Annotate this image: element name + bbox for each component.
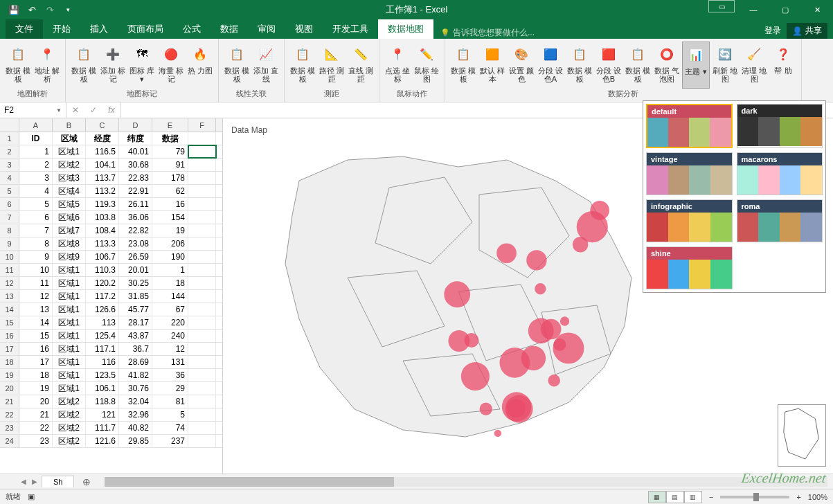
cell[interactable]: 19 — [152, 224, 188, 237]
data-template-btn[interactable]: 📋数据 模板 — [4, 42, 32, 89]
map-bubble[interactable] — [526, 250, 546, 270]
default-sample-btn[interactable]: 🟧默认 样本 — [478, 42, 506, 89]
cell[interactable]: 30.76 — [119, 382, 152, 395]
theme-macarons[interactable]: macarons — [737, 152, 823, 195]
enter-formula-icon[interactable]: ✓ — [84, 105, 102, 115]
cell[interactable]: 13 — [19, 303, 53, 316]
map-bubble[interactable] — [494, 430, 501, 437]
cell[interactable]: 32.96 — [119, 408, 152, 421]
help-btn[interactable]: ❓帮 助 — [769, 42, 797, 89]
cell[interactable]: ID — [19, 132, 53, 145]
table-row[interactable]: 1716区域1117.136.712 — [0, 343, 222, 356]
row-header[interactable]: 11 — [0, 264, 19, 276]
row-header[interactable]: 23 — [0, 422, 19, 434]
address-parse-btn[interactable]: 📍地址 解析 — [33, 42, 61, 89]
cell[interactable]: 区域1 — [53, 303, 86, 316]
cell[interactable]: 103.8 — [86, 211, 119, 224]
cell[interactable]: 22.82 — [119, 224, 152, 237]
cell[interactable]: 74 — [152, 422, 188, 434]
map-bubble[interactable] — [521, 346, 546, 370]
tab-formulas[interactable]: 公式 — [173, 19, 211, 39]
col-header-a[interactable]: A — [19, 118, 53, 132]
row-header[interactable]: 22 — [0, 408, 19, 421]
cell[interactable]: 116.5 — [86, 145, 119, 158]
row-header[interactable]: 14 — [0, 303, 19, 316]
cell[interactable]: 5 — [19, 198, 53, 210]
set-color-btn[interactable]: 🎨设置 颜色 — [508, 42, 535, 89]
cell[interactable]: 30.68 — [119, 159, 152, 171]
tab-data-map[interactable]: 数据地图 — [378, 19, 433, 39]
header-row[interactable]: 1ID区域经度纬度数据 — [0, 132, 222, 145]
row-header[interactable]: 18 — [0, 356, 19, 368]
cell[interactable]: 108.4 — [86, 224, 119, 237]
cell[interactable]: 26.59 — [119, 251, 152, 263]
tab-home[interactable]: 开始 — [43, 19, 80, 39]
tab-file[interactable]: 文件 — [6, 19, 43, 39]
cell[interactable]: 23.08 — [119, 237, 152, 250]
table-row[interactable]: 98区域8113.323.08206 — [0, 237, 222, 251]
map-bubble[interactable] — [502, 392, 531, 421]
cancel-formula-icon[interactable]: ✕ — [66, 105, 84, 115]
icon-lib-btn[interactable]: 🗺图标 库 ▾ — [128, 42, 156, 89]
cell[interactable]: 104.1 — [86, 159, 119, 171]
tell-me-search[interactable]: 告诉我您想要做什么... — [440, 27, 535, 39]
cell[interactable]: 117.2 — [86, 290, 119, 303]
theme-infographic[interactable]: infographic — [646, 199, 733, 242]
cell[interactable] — [188, 145, 216, 158]
page-break-view-button[interactable]: ▥ — [684, 491, 702, 503]
click-coord-btn[interactable]: 📍点选 坐标 — [384, 42, 411, 89]
page-layout-view-button[interactable]: ▤ — [666, 491, 684, 503]
cell[interactable]: 1 — [19, 145, 53, 158]
cell[interactable] — [188, 408, 216, 421]
macro-record-icon[interactable]: ▣ — [28, 492, 35, 501]
cell[interactable]: 111.7 — [86, 422, 119, 434]
cell[interactable]: 区域2 — [53, 408, 86, 421]
cell[interactable]: 28.17 — [119, 316, 152, 329]
sheet-tab[interactable]: Sh — [42, 476, 74, 487]
cell[interactable]: 10 — [19, 264, 53, 276]
map-bubble[interactable] — [461, 362, 490, 390]
cell[interactable]: 206 — [152, 237, 188, 250]
col-header-b[interactable]: B — [53, 118, 86, 132]
cell[interactable]: 237 — [152, 435, 188, 447]
cell[interactable]: 22.91 — [119, 185, 152, 197]
table-row[interactable]: 2322区域2111.740.8274 — [0, 422, 222, 435]
table-row[interactable]: 1918区域1123.541.8236 — [0, 369, 222, 382]
fx-icon[interactable]: fx — [102, 105, 120, 115]
qat-customize-icon[interactable]: ▾ — [60, 1, 76, 18]
segment-color-a-btn[interactable]: 🟦分段 设色A — [537, 42, 564, 89]
cell[interactable]: 6 — [19, 211, 53, 224]
redo-icon[interactable]: ↷ — [42, 1, 58, 18]
cell[interactable]: 91 — [152, 159, 188, 171]
row-header[interactable]: 7 — [0, 211, 19, 224]
cell[interactable]: 11 — [19, 277, 53, 289]
cell[interactable]: 区域1 — [53, 330, 86, 342]
cell[interactable]: 120.2 — [86, 277, 119, 289]
table-row[interactable]: 1413区域1126.645.7767 — [0, 303, 222, 316]
cell[interactable]: 40.01 — [119, 145, 152, 158]
cell[interactable]: 16 — [152, 198, 188, 210]
cell[interactable]: 5 — [152, 408, 188, 421]
mouse-draw-btn[interactable]: ✏️鼠标 绘图 — [413, 42, 440, 89]
segment-color-b-btn[interactable]: 🟥分段 设色B — [595, 42, 622, 89]
cell[interactable]: 121 — [86, 408, 119, 421]
cell[interactable] — [188, 198, 216, 210]
cell[interactable]: 31.85 — [119, 290, 152, 303]
cell[interactable]: 7 — [19, 224, 53, 237]
cell[interactable]: 17 — [19, 356, 53, 368]
cell[interactable]: 18 — [19, 369, 53, 381]
zoom-in-button[interactable]: + — [796, 493, 800, 501]
cell[interactable] — [188, 237, 216, 250]
tab-view[interactable]: 视图 — [285, 19, 323, 39]
cell[interactable]: 区域1 — [53, 356, 86, 368]
cell[interactable]: 29.85 — [119, 435, 152, 447]
cell[interactable]: 36.06 — [119, 211, 152, 224]
cell[interactable] — [188, 356, 216, 368]
cell[interactable] — [188, 369, 216, 381]
cell[interactable]: 125.4 — [86, 330, 119, 342]
row-header[interactable]: 13 — [0, 290, 19, 303]
cell[interactable] — [188, 290, 216, 303]
cell[interactable]: 118.8 — [86, 395, 119, 408]
cell[interactable] — [188, 422, 216, 434]
map-bubble[interactable] — [444, 281, 470, 307]
